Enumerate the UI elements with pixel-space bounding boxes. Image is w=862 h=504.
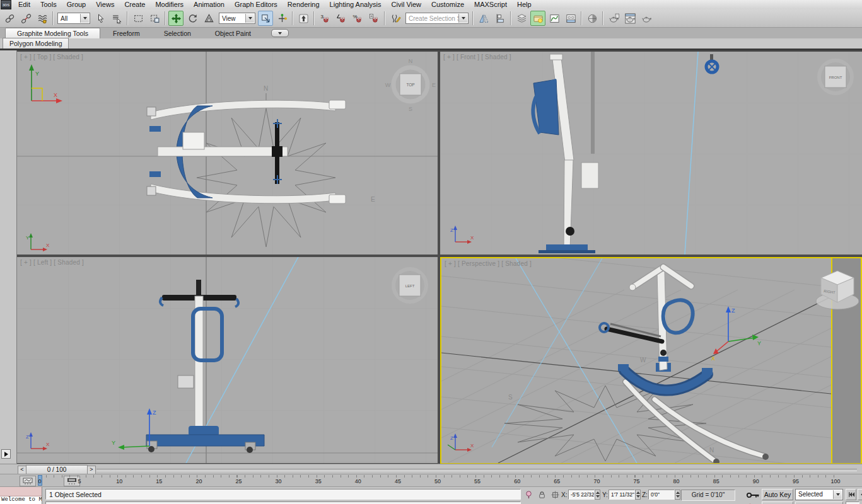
viewport-left[interactable]: Z Y Z X LEFT [ + ] [ Left ] [ Shaded <box>17 257 438 463</box>
key-filters-button[interactable]: Key Filters... <box>795 501 843 504</box>
y-coordinate-input[interactable]: 1'7 11/32" <box>609 490 635 500</box>
menu-civil-view[interactable]: Civil View <box>387 0 426 9</box>
viewport-label-top[interactable]: [ + ] [ Top ] [ Shaded ] <box>20 54 83 60</box>
listener-pane[interactable]: Welcome to M <box>0 496 42 504</box>
select-and-move-button[interactable] <box>168 11 183 26</box>
y-spinner[interactable] <box>635 490 641 500</box>
menu-modifiers[interactable]: Modifiers <box>150 0 189 9</box>
dropdown-arrow-icon[interactable] <box>245 14 254 23</box>
auto-key-button[interactable]: Auto Key <box>762 489 793 500</box>
viewport-top[interactable]: N E <box>17 52 438 255</box>
ribbon-tab-freeform[interactable]: Freeform <box>102 28 151 38</box>
macro-recorder-pane[interactable] <box>0 487 42 496</box>
set-key-mode-toggle[interactable] <box>746 490 760 500</box>
select-and-rotate-button[interactable] <box>185 11 200 26</box>
menu-group[interactable]: Group <box>62 0 91 9</box>
material-editor-button[interactable] <box>585 11 600 26</box>
previous-frame-playback-button[interactable] <box>858 489 862 500</box>
next-frame-button[interactable]: > <box>87 466 96 474</box>
menu-animation[interactable]: Animation <box>189 0 230 9</box>
schematic-view-button[interactable] <box>563 11 578 26</box>
selection-filter-value: All <box>61 15 67 22</box>
go-to-start-button[interactable] <box>846 489 856 500</box>
x-spinner[interactable] <box>595 490 600 500</box>
viewport-front[interactable]: Z X FRONT [ + ] [ Front ] [ Shaded ] <box>440 52 862 255</box>
current-frame-field[interactable]: 0 <box>846 501 859 504</box>
edit-named-selection-sets-button[interactable] <box>388 11 403 26</box>
rectangular-selection-region-button[interactable] <box>131 11 146 26</box>
track-bar[interactable]: 0510152025303540455055606570758085909510… <box>0 474 862 486</box>
bind-to-space-warp-button[interactable] <box>35 11 50 26</box>
selection-filter-dropdown[interactable]: All <box>57 13 90 24</box>
viewport-perspective[interactable]: W N S <box>440 257 862 464</box>
snaps-toggle-3d-button[interactable]: 3 <box>317 11 332 26</box>
viewport-label-front[interactable]: [ + ] [ Front ] [ Shaded ] <box>443 54 511 60</box>
viewport-left-canvas[interactable]: Z Y Z X LEFT <box>17 257 438 463</box>
menu-maxscript[interactable]: MAXScript <box>469 0 512 9</box>
main-toolbar: AllView3%Create Selection Se <box>0 9 862 28</box>
previous-frame-button[interactable]: < <box>18 466 26 474</box>
spinner-snap-toggle-button[interactable] <box>366 11 381 26</box>
keyboard-shortcut-override-button[interactable] <box>296 11 311 26</box>
set-key-icon[interactable] <box>747 501 760 504</box>
unlink-selection-button[interactable] <box>18 11 33 26</box>
menu-edit[interactable]: Edit <box>13 0 35 9</box>
select-and-uniform-scale-button[interactable] <box>201 11 216 26</box>
menu-help[interactable]: Help <box>512 0 537 9</box>
viewport-label-left[interactable]: [ + ] [ Left ] [ Shaded ] <box>20 259 84 266</box>
viewport-label-perspective[interactable]: [ + ] [ Perspective ] [ Shaded ] <box>445 260 532 267</box>
curve-editor-button[interactable] <box>547 11 562 26</box>
rendered-frame-window-icon <box>625 13 636 24</box>
use-pivot-point-center-button[interactable] <box>258 11 273 26</box>
set-key-button[interactable]: Set Key <box>762 501 793 504</box>
time-slider-handle[interactable]: 0 / 100 <box>26 465 88 474</box>
window-crossing-toggle-button[interactable] <box>147 11 162 26</box>
x-coordinate-input[interactable]: -5'5 22/32" <box>568 490 595 500</box>
absolute-offset-mode-toggle[interactable] <box>550 490 561 500</box>
viewport-front-canvas[interactable]: Z X FRONT <box>440 52 862 255</box>
trackbar-frame-label: 5 <box>78 478 81 484</box>
percent-snap-toggle-button[interactable]: % <box>350 11 365 26</box>
ribbon-tab-object-paint[interactable]: Object Paint <box>204 28 262 38</box>
select-object-button[interactable] <box>93 11 108 26</box>
angle-snap-toggle-button[interactable] <box>334 11 349 26</box>
rendered-frame-window-button[interactable] <box>622 11 638 26</box>
menu-views[interactable]: Views <box>91 0 119 9</box>
menu-create[interactable]: Create <box>119 0 150 9</box>
svg-text:X: X <box>470 443 474 449</box>
align-button[interactable] <box>492 11 508 26</box>
selection-lock-toggle[interactable] <box>537 490 547 500</box>
key-mode-dropdown[interactable]: Selected <box>795 489 843 500</box>
graphite-modeling-toggle-button[interactable] <box>530 11 545 26</box>
time-slider-track[interactable] <box>96 469 857 471</box>
mirror-button[interactable] <box>476 11 491 26</box>
3dsmax-logo-icon[interactable]: 3DS <box>1 0 11 9</box>
open-mini-curve-editor-button[interactable] <box>20 476 36 486</box>
menu-rendering[interactable]: Rendering <box>282 0 325 9</box>
left-panel-arrow-button[interactable] <box>1 449 11 459</box>
isolate-selection-button[interactable] <box>523 490 534 500</box>
select-and-manipulate-button[interactable] <box>274 11 289 26</box>
render-setup-button[interactable] <box>606 11 621 26</box>
manage-layers-button[interactable] <box>514 11 529 26</box>
menu-lighting-analysis[interactable]: Lighting Analysis <box>325 0 387 9</box>
render-production-button[interactable] <box>639 11 654 26</box>
viewport-top-canvas[interactable]: N E <box>17 52 438 255</box>
z-coordinate-input[interactable]: 0'0" <box>648 490 675 500</box>
menu-graph-editors[interactable]: Graph Editors <box>230 0 282 9</box>
dropdown-arrow-icon[interactable] <box>80 14 89 23</box>
z-spinner[interactable] <box>675 490 680 500</box>
viewport-perspective-canvas[interactable]: W N S <box>441 258 861 463</box>
select-by-name-button[interactable] <box>109 11 124 26</box>
dropdown-arrow-icon[interactable] <box>458 14 467 23</box>
named-selection-set-dropdown[interactable]: Create Selection Se <box>405 13 469 24</box>
ribbon-minimize-button[interactable] <box>271 29 289 37</box>
tab-polygon-modeling[interactable]: Polygon Modeling <box>3 38 69 49</box>
menu-customize[interactable]: Customize <box>426 0 469 9</box>
ribbon-tab-graphite-modeling-tools[interactable]: Graphite Modeling Tools <box>5 28 100 38</box>
reference-coordinate-system-dropdown[interactable]: View <box>219 13 255 24</box>
select-and-link-button[interactable] <box>2 11 17 26</box>
ribbon-tab-selection[interactable]: Selection <box>153 28 202 38</box>
maxscript-mini-listener[interactable]: Welcome to M <box>0 487 42 504</box>
menu-tools[interactable]: Tools <box>35 0 62 9</box>
